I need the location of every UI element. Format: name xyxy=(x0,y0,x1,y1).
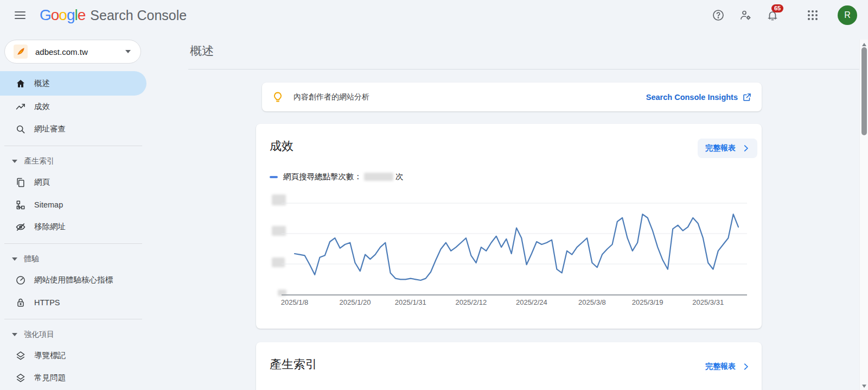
external-link-icon xyxy=(742,92,752,102)
insights-banner: 內容創作者的網站分析 Search Console Insights xyxy=(262,83,762,111)
full-report-label: 完整報表 xyxy=(705,362,736,372)
sidebar-section-experience[interactable]: 體驗 xyxy=(0,249,146,269)
property-selector[interactable]: adbest.com.tw xyxy=(4,40,141,64)
sidebar-item-removals[interactable]: 移除網址 xyxy=(0,216,146,238)
help-icon[interactable] xyxy=(712,9,725,22)
caret-down-icon xyxy=(12,160,17,163)
full-report-label: 完整報表 xyxy=(705,143,736,153)
gauge-icon xyxy=(15,275,26,286)
notification-badge: 65 xyxy=(771,4,783,12)
sidebar-item-label: 成效 xyxy=(34,102,50,112)
x-axis-tick-label: 2025/1/20 xyxy=(340,298,371,306)
layers-icon xyxy=(15,373,26,383)
app-logo[interactable]: Google Search Console xyxy=(40,7,187,24)
performance-chart[interactable] xyxy=(282,196,747,299)
sidebar-item-https[interactable]: HTTPS xyxy=(0,291,146,313)
performance-chart-svg xyxy=(282,196,747,299)
apps-grid-icon[interactable] xyxy=(806,9,819,22)
legend-unit: 次 xyxy=(395,172,404,182)
sidebar-item-pages[interactable]: 網頁 xyxy=(0,171,146,193)
trending-up-icon xyxy=(15,102,26,112)
sidebar-divider xyxy=(4,319,142,319)
property-name: adbest.com.tw xyxy=(35,47,125,56)
sidebar-nav: 概述 成效 網址審查 產生索引 網頁 xyxy=(0,71,146,389)
legend-dash-icon xyxy=(270,176,278,178)
legend-value-redacted xyxy=(364,173,393,181)
sidebar-item-label: 常見問題 xyxy=(34,373,66,383)
sidebar-section-label: 體驗 xyxy=(24,254,39,264)
sidebar-item-faq[interactable]: 常見問題 xyxy=(0,367,146,389)
eye-off-icon xyxy=(15,222,26,232)
sidebar-item-breadcrumbs[interactable]: 導覽標記 xyxy=(0,344,146,367)
x-axis-tick-label: 2025/3/8 xyxy=(578,298,606,306)
layers-icon xyxy=(15,350,26,361)
chevron-right-icon xyxy=(741,143,751,153)
sidebar-item-label: Sitemap xyxy=(34,200,63,209)
lightbulb-icon xyxy=(271,91,284,104)
insights-link-label: Search Console Insights xyxy=(646,93,738,102)
chevron-right-icon xyxy=(741,362,751,372)
sidebar-item-core-web-vitals[interactable]: 網站使用體驗核心指標 xyxy=(0,269,146,291)
sidebar-item-label: 網頁 xyxy=(34,177,50,187)
x-axis-ticks: 2025/1/8 2025/1/20 2025/1/31 2025/2/12 2… xyxy=(282,298,747,309)
sidebar-item-sitemaps[interactable]: Sitemap xyxy=(0,193,146,216)
sidebar-section-label: 強化項目 xyxy=(24,330,54,339)
notifications-bell-icon[interactable]: 65 xyxy=(766,9,779,22)
title-divider xyxy=(188,69,868,70)
sidebar-item-performance[interactable]: 成效 xyxy=(0,96,146,118)
pages-icon xyxy=(15,177,26,188)
sidebar-item-label: 網站使用體驗核心指標 xyxy=(34,275,113,285)
legend-label: 網頁搜尋總點擊次數： xyxy=(283,172,362,182)
x-axis-tick-label: 2025/1/31 xyxy=(395,298,426,306)
sidebar-item-url-inspection[interactable]: 網址審查 xyxy=(0,118,146,140)
sidebar-item-label: HTTPS xyxy=(34,298,60,307)
sidebar-item-label: 導覽標記 xyxy=(34,350,66,361)
scrollbar-up-arrow[interactable] xyxy=(862,43,866,46)
sidebar-section-label: 產生索引 xyxy=(24,156,54,166)
header-actions: 65 R xyxy=(712,0,857,30)
app-header: Google Search Console 65 R xyxy=(0,0,868,30)
sidebar-item-overview[interactable]: 概述 xyxy=(0,71,146,96)
product-name: Search Console xyxy=(90,8,187,23)
vertical-scrollbar[interactable] xyxy=(859,40,868,390)
x-axis-tick-label: 2025/2/24 xyxy=(516,298,547,306)
insights-banner-text: 內容創作者的網站分析 xyxy=(293,92,646,102)
indexing-card-title: 產生索引 xyxy=(270,356,317,373)
sidebar-item-label: 網址審查 xyxy=(34,124,66,134)
chevron-down-icon xyxy=(125,50,131,53)
clicks-line-series xyxy=(295,214,738,280)
sidebar-section-indexing[interactable]: 產生索引 xyxy=(0,152,146,171)
page-title: 概述 xyxy=(190,43,214,59)
caret-down-icon xyxy=(12,257,17,261)
hamburger-menu-icon[interactable] xyxy=(15,11,25,19)
google-logo: Google xyxy=(40,7,85,24)
chart-legend: 網頁搜尋總點擊次數： 次 xyxy=(270,172,404,182)
sidebar-item-label: 概述 xyxy=(34,78,50,89)
insights-link[interactable]: Search Console Insights xyxy=(646,92,752,102)
sitemap-icon xyxy=(15,199,26,210)
performance-card: 成效 完整報表 網頁搜尋總點擊次數： 次 2025/1/8 xyxy=(256,124,762,329)
sidebar-divider xyxy=(4,146,142,146)
caret-down-icon xyxy=(12,333,17,336)
performance-card-title: 成效 xyxy=(270,138,293,154)
x-axis-tick-label: 2025/3/19 xyxy=(632,298,663,306)
performance-full-report-link[interactable]: 完整報表 xyxy=(698,139,757,158)
x-axis-tick-label: 2025/2/12 xyxy=(455,298,487,306)
x-axis-tick-label: 2025/3/31 xyxy=(692,298,724,306)
scrollbar-down-arrow[interactable] xyxy=(862,385,866,388)
scrollbar-thumb[interactable] xyxy=(861,47,867,135)
sidebar-divider xyxy=(4,243,142,244)
user-avatar[interactable]: R xyxy=(838,5,857,25)
sidebar: adbest.com.tw 概述 成效 網址審查 產生索引 xyxy=(0,30,146,390)
main-content: 概述 內容創作者的網站分析 Search Console Insights 成效… xyxy=(146,30,868,390)
indexing-card: 產生索引 完整報表 xyxy=(256,342,762,390)
sidebar-item-label: 移除網址 xyxy=(34,222,66,232)
x-axis-tick-label: 2025/1/8 xyxy=(281,298,309,306)
lock-icon xyxy=(15,297,26,308)
search-icon xyxy=(15,124,26,135)
home-icon xyxy=(15,78,26,89)
user-settings-icon[interactable] xyxy=(739,9,752,22)
indexing-full-report-link[interactable]: 完整報表 xyxy=(698,357,757,376)
property-favicon xyxy=(14,45,28,59)
sidebar-section-enhancements[interactable]: 強化項目 xyxy=(0,325,146,344)
